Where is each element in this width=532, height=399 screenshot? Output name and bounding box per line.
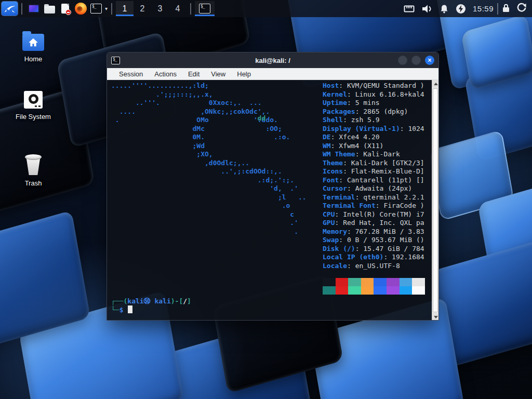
window-menubar: Session Actions Edit View Help [107, 68, 438, 80]
arrow-up-icon [434, 83, 438, 85]
palette-swatch [412, 286, 425, 295]
menu-edit[interactable]: Edit [182, 70, 205, 78]
workspace-button-2[interactable]: 2 [134, 1, 151, 16]
panel-clock[interactable]: 15:59 [473, 4, 494, 13]
menu-actions[interactable]: Actions [149, 70, 182, 78]
workspace-button-4[interactable]: 4 [169, 1, 187, 16]
edit-badge-icon [65, 9, 71, 15]
close-button[interactable]: × [425, 56, 434, 65]
palette-swatch [400, 278, 413, 286]
shell-prompt-line2: └─$ [111, 305, 132, 315]
menu-help[interactable]: Help [231, 70, 257, 78]
workspace-button-3[interactable]: 3 [151, 1, 169, 16]
scroll-down-button[interactable] [432, 313, 439, 321]
sysinfo-row-swap: Swap: 0 B / 953.67 MiB () [323, 236, 425, 245]
desktop-icon-trash[interactable]: Trash [6, 154, 60, 187]
palette-swatch [387, 278, 400, 286]
menu-view[interactable]: View [205, 70, 231, 78]
sysinfo-row-uptime: Uptime: 5 mins [323, 99, 425, 108]
minimize-button[interactable] [398, 56, 407, 65]
palette-swatch [400, 286, 413, 295]
sysinfo-row-wm-theme: WM Theme: Kali-Dark [323, 150, 425, 159]
power-manager-icon[interactable] [456, 4, 466, 14]
drive-marks [38, 105, 41, 107]
palette-swatch [348, 278, 361, 286]
sysinfo-row-kernel: Kernel: Linux 6.16.8+kal4 [323, 90, 425, 99]
sysinfo-row-local-ip: Local IP (eth0): 192.1684 [323, 253, 425, 262]
palette-swatch [323, 286, 336, 295]
sysinfo-row-packages: Packages: 2865 (dpkg) [323, 108, 425, 116]
panel-separator [497, 3, 498, 15]
house-icon [28, 38, 38, 47]
terminal-scrollbar[interactable] [432, 80, 438, 321]
launcher-window-app[interactable] [26, 2, 42, 16]
palette-row-normal [323, 278, 425, 286]
sysinfo-row-locale: Locale: en_US.UTF-8 [323, 262, 425, 271]
launcher-terminal[interactable]: $_ [88, 2, 104, 16]
sysinfo-row-icons: Icons: Flat-Remix-Blue-D] [323, 167, 425, 176]
palette-swatch [387, 286, 400, 295]
terminal-window-icon: $_ [199, 4, 210, 14]
menu-session[interactable]: Session [113, 70, 149, 78]
sysinfo-row-disk: Disk (/): 15.47 GiB / 784 [323, 245, 425, 254]
window-titlebar[interactable]: $_ kali@kali: / × [107, 52, 438, 68]
home-folder-icon [22, 34, 44, 51]
window-app-icon [28, 4, 39, 13]
arrow-down-icon [434, 316, 438, 318]
sysinfo-row-cursor: Cursor: Adwaita (24px) [323, 184, 425, 193]
terminal-color-palette [323, 278, 425, 295]
launcher-file-manager[interactable] [42, 2, 57, 16]
volume-icon[interactable] [421, 4, 433, 14]
palette-swatch [412, 278, 425, 286]
kali-menu-icon [4, 4, 16, 14]
palette-row-bright [323, 286, 425, 295]
firefox-icon [75, 3, 87, 15]
workspace-button-1[interactable]: 1 [116, 1, 134, 16]
scroll-up-button[interactable] [432, 80, 439, 87]
palette-swatch [323, 278, 336, 286]
kali-menu-button[interactable] [2, 2, 18, 16]
neofetch-ascii-art: .....''''..........,:ld; .';;;:::;,,.x, … [111, 82, 307, 236]
sysinfo-row-display: Display (Virtual-1): 1024 [323, 125, 425, 134]
network-icon[interactable] [404, 4, 415, 13]
maximize-button[interactable] [411, 56, 421, 65]
sysinfo-row-font: Font: Cantarell (11pt) [] [323, 176, 425, 185]
palette-swatch [361, 286, 374, 295]
chevron-down-icon[interactable]: ▾ [105, 6, 108, 11]
scrollbar-thumb[interactable] [433, 88, 438, 312]
file-system-drive-icon [24, 91, 43, 109]
trash-icon [24, 154, 43, 175]
launcher-text-editor[interactable] [57, 2, 73, 16]
text-editor-icon [61, 4, 69, 14]
palette-swatch [348, 286, 361, 295]
ascii-art-accent: dd [258, 114, 266, 123]
palette-swatch [336, 278, 349, 286]
sysinfo-row-wm: WM: Xfwm4 (X11) [323, 142, 425, 151]
panel-separator [111, 3, 112, 15]
window-title: kali@kali: / [107, 57, 438, 64]
desktop-icon-label: File System [6, 113, 60, 121]
panel-separator [190, 3, 191, 15]
lock-icon[interactable] [502, 3, 510, 15]
notifications-bell-icon[interactable] [440, 4, 449, 14]
terminal-viewport[interactable]: .....''''..........,:ld; .';;;:::;,,.x, … [107, 80, 438, 321]
taskbar-terminal-window-button[interactable]: $_ [195, 1, 215, 16]
palette-swatch [361, 278, 374, 286]
launcher-firefox[interactable] [73, 2, 88, 16]
shell-prompt-line1: ┌──(kali㊿ kali)-[/] [111, 297, 191, 306]
palette-swatch [374, 278, 387, 286]
palette-swatch [336, 286, 349, 295]
desktop-icon-file-system[interactable]: File System [6, 91, 60, 121]
terminal-window: $_ kali@kali: / × Session Actions Edit V… [107, 52, 439, 321]
panel-separator [21, 3, 22, 15]
sysinfo-row-terminal: Terminal: qterminal 2.2.1 [323, 193, 425, 202]
top-panel: $_ ▾ 1 2 3 4 $_ [0, 0, 532, 17]
sysinfo-row-cpu: CPU: Intel(R) Core(TM) i7 [323, 210, 425, 219]
logout-icon[interactable] [516, 3, 527, 15]
close-icon: × [428, 57, 431, 63]
sysinfo-row-terminal-font: Terminal Font: FiraCode ) [323, 202, 425, 210]
desktop-icon-label: Trash [6, 179, 60, 187]
sysinfo-row-gpu: GPU: Red Hat, Inc. QXL pa [323, 219, 425, 228]
sysinfo-row-de: DE: Xfce4 4.20 [323, 133, 425, 142]
desktop-icon-home[interactable]: Home [6, 31, 60, 63]
